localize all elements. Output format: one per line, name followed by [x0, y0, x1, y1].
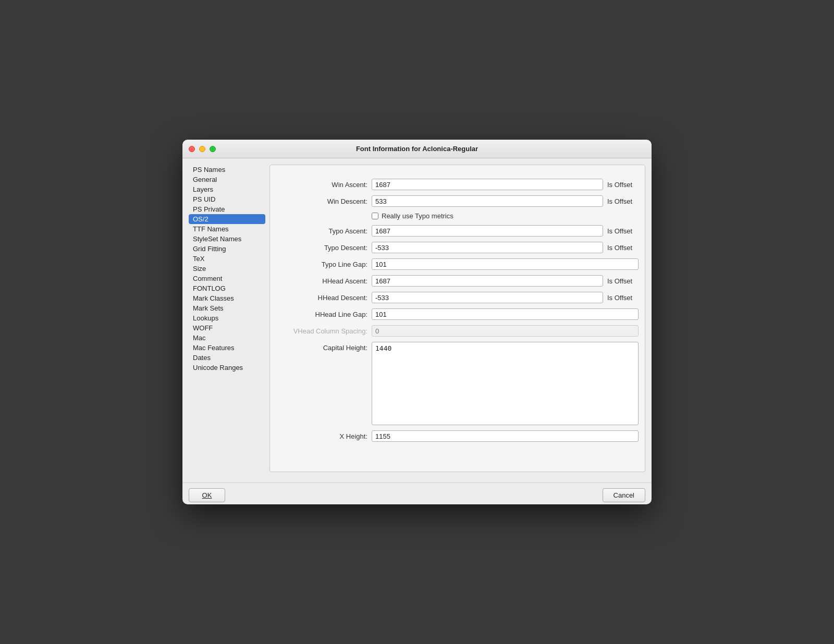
vhead-column-spacing-row: VHead Column Spacing:	[276, 325, 639, 337]
x-height-label: X Height:	[276, 432, 367, 440]
typo-line-gap-input[interactable]	[372, 258, 639, 270]
sidebar: PS NamesGeneralLayersPS UIDPS PrivateOS/…	[189, 165, 269, 472]
hhead-descent-offset: Is Offset	[607, 294, 639, 302]
really-use-typo-checkbox[interactable]	[372, 213, 378, 219]
content-area: PS NamesGeneralLayersPS UIDPS PrivateOS/…	[182, 158, 652, 478]
sidebar-item-mark-classes[interactable]: Mark Classes	[189, 293, 265, 303]
win-descent-label: Win Descent:	[276, 197, 367, 205]
typo-descent-offset: Is Offset	[607, 244, 639, 252]
ok-button[interactable]: OK	[189, 488, 225, 502]
button-bar: OK Cancel	[182, 482, 652, 504]
minimize-button[interactable]	[199, 146, 205, 152]
hhead-line-gap-row: HHead Line Gap:	[276, 308, 639, 320]
sidebar-item-general[interactable]: General	[189, 175, 265, 184]
sidebar-item-ps-names[interactable]: PS Names	[189, 165, 265, 175]
hhead-line-gap-label: HHead Line Gap:	[276, 311, 367, 318]
typo-line-gap-row: Typo Line Gap:	[276, 258, 639, 270]
maximize-button[interactable]	[210, 146, 216, 152]
win-descent-row: Win Descent: Is Offset	[276, 195, 639, 207]
hhead-line-gap-input[interactable]	[372, 308, 639, 320]
sidebar-item-layers[interactable]: Layers	[189, 184, 265, 194]
typo-ascent-input[interactable]	[372, 225, 603, 237]
sidebar-item-size[interactable]: Size	[189, 264, 265, 274]
main-panel: Win Ascent: Is Offset Win Descent: Is Of…	[269, 165, 645, 472]
hhead-ascent-offset: Is Offset	[607, 277, 639, 285]
sidebar-item-mac[interactable]: Mac	[189, 333, 265, 343]
win-descent-offset: Is Offset	[607, 197, 639, 205]
vhead-column-spacing-label: VHead Column Spacing:	[276, 327, 367, 335]
win-ascent-input[interactable]	[372, 179, 603, 190]
sidebar-item-unicode-ranges[interactable]: Unicode Ranges	[189, 363, 265, 373]
sidebar-item-ps-uid[interactable]: PS UID	[189, 194, 265, 204]
sidebar-item-woff[interactable]: WOFF	[189, 323, 265, 333]
sidebar-item-mark-sets[interactable]: Mark Sets	[189, 303, 265, 313]
typo-ascent-row: Typo Ascent: Is Offset	[276, 225, 639, 237]
really-use-typo-label: Really use Typo metrics	[382, 212, 453, 220]
win-ascent-row: Win Ascent: Is Offset	[276, 179, 639, 190]
close-button[interactable]	[189, 146, 195, 152]
capital-height-input[interactable]: 1440	[372, 342, 639, 425]
win-descent-input[interactable]	[372, 195, 603, 207]
hhead-ascent-row: HHead Ascent: Is Offset	[276, 275, 639, 287]
vhead-column-spacing-input	[372, 325, 639, 337]
hhead-ascent-label: HHead Ascent:	[276, 277, 367, 285]
win-ascent-label: Win Ascent:	[276, 181, 367, 189]
sidebar-item-grid-fitting[interactable]: Grid Fitting	[189, 244, 265, 254]
hhead-ascent-input[interactable]	[372, 275, 603, 287]
traffic-lights	[189, 146, 216, 152]
typo-line-gap-label: Typo Line Gap:	[276, 261, 367, 268]
titlebar: Font Information for Aclonica-Regular	[182, 140, 652, 158]
sidebar-item-dates[interactable]: Dates	[189, 353, 265, 363]
sidebar-item-ttf-names[interactable]: TTF Names	[189, 224, 265, 234]
capital-height-label: Capital Height:	[276, 342, 367, 352]
typo-ascent-label: Typo Ascent:	[276, 227, 367, 235]
sidebar-item-ps-private[interactable]: PS Private	[189, 204, 265, 214]
x-height-input[interactable]	[372, 430, 639, 442]
main-window: Font Information for Aclonica-Regular PS…	[182, 140, 652, 504]
cancel-button[interactable]: Cancel	[603, 488, 645, 502]
hhead-descent-label: HHead Descent:	[276, 294, 367, 302]
typo-ascent-offset: Is Offset	[607, 227, 639, 235]
typo-descent-row: Typo Descent: Is Offset	[276, 242, 639, 253]
typo-descent-input[interactable]	[372, 242, 603, 253]
window-title: Font Information for Aclonica-Regular	[356, 145, 478, 153]
hhead-descent-row: HHead Descent: Is Offset	[276, 292, 639, 303]
sidebar-item-lookups[interactable]: Lookups	[189, 313, 265, 323]
hhead-descent-input[interactable]	[372, 292, 603, 303]
form-area: Win Ascent: Is Offset Win Descent: Is Of…	[276, 179, 639, 465]
sidebar-item-styleset-names[interactable]: StyleSet Names	[189, 234, 265, 244]
sidebar-item-fontlog[interactable]: FONTLOG	[189, 283, 265, 293]
sidebar-item-mac-features[interactable]: Mac Features	[189, 343, 265, 353]
x-height-row: X Height:	[276, 430, 639, 442]
sidebar-item-comment[interactable]: Comment	[189, 274, 265, 283]
win-ascent-offset: Is Offset	[607, 181, 639, 189]
typo-descent-label: Typo Descent:	[276, 244, 367, 252]
sidebar-item-os2[interactable]: OS/2	[189, 214, 265, 224]
sidebar-item-tex[interactable]: TeX	[189, 254, 265, 264]
capital-height-row: Capital Height: 1440	[276, 342, 639, 425]
really-use-typo-row: Really use Typo metrics	[276, 212, 639, 220]
